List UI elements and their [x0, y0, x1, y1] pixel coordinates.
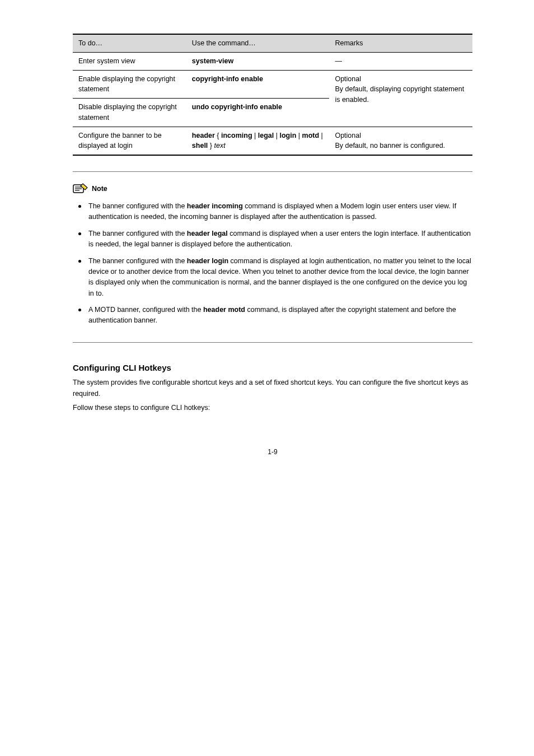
page-number: 1-9: [73, 447, 472, 457]
note-label: Note: [92, 184, 107, 194]
cell-command: undo copyright-info enable: [186, 99, 330, 127]
note-list-item: The banner configured with the header le…: [73, 228, 472, 250]
cell-remarks: OptionalBy default, displaying copyright…: [329, 70, 472, 127]
cell-command: system-view: [186, 52, 330, 70]
table-row: Enable displaying the copyright statemen…: [73, 70, 472, 99]
section-title-configuring-cli-hotkeys: Configuring CLI Hotkeys: [73, 362, 472, 375]
section-paragraph: The system provides five configurable sh…: [73, 377, 472, 399]
cell-todo: Enable displaying the copyright statemen…: [73, 70, 186, 99]
cell-todo: Disable displaying the copyright stateme…: [73, 99, 186, 127]
table-row: Configure the banner to be displayed at …: [73, 127, 472, 155]
col-header-command: Use the command…: [186, 34, 330, 52]
note-list: The banner configured with the header in…: [73, 201, 472, 326]
note-list-item: The banner configured with the header in…: [73, 201, 472, 223]
note-header: Note: [73, 182, 472, 195]
note-icon: [73, 182, 88, 195]
cell-remarks: —: [329, 52, 472, 70]
cell-remarks: OptionalBy default, no banner is configu…: [329, 127, 472, 155]
col-header-todo: To do…: [73, 34, 186, 52]
section-paragraph: Follow these steps to configure CLI hotk…: [73, 403, 472, 413]
note-box: Note The banner configured with the head…: [73, 171, 472, 343]
command-table: To do… Use the command… Remarks Enter sy…: [73, 34, 472, 156]
table-header-row: To do… Use the command… Remarks: [73, 34, 472, 52]
note-list-item: A MOTD banner, configured with the heade…: [73, 305, 472, 326]
note-list-item: The banner configured with the header lo…: [73, 256, 472, 300]
cell-todo: Enter system view: [73, 52, 186, 70]
cell-command: header { incoming | legal | login | motd…: [186, 127, 330, 155]
cell-todo: Configure the banner to be displayed at …: [73, 127, 186, 155]
col-header-remarks: Remarks: [329, 34, 472, 52]
cell-command: copyright-info enable: [186, 70, 330, 99]
table-row: Enter system viewsystem-view—: [73, 52, 472, 70]
